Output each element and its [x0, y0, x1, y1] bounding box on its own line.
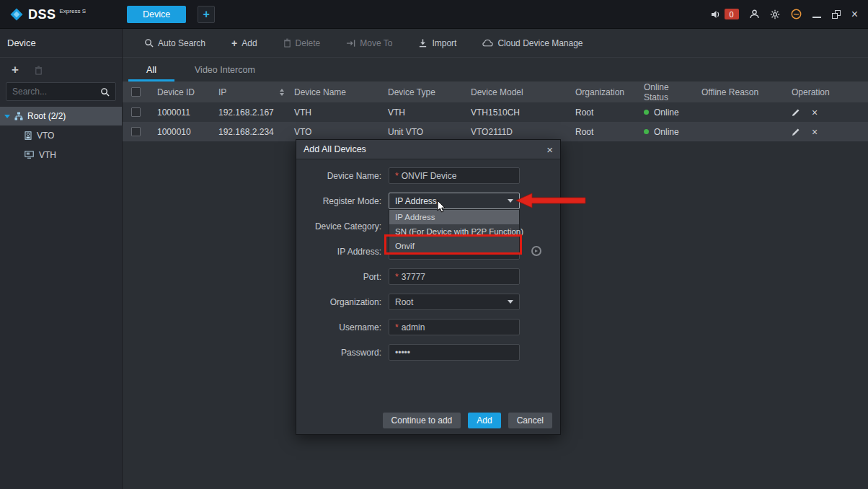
- tree-root-label: Root (2/2): [27, 111, 66, 121]
- device-toolbar: Auto Search + Add Delete Mo: [123, 29, 868, 58]
- table-row[interactable]: 1000011 192.168.2.167 VTH VTH VTH1510CH …: [123, 102, 868, 122]
- trash-icon: [283, 38, 291, 48]
- move-to-button[interactable]: Move To: [346, 38, 392, 48]
- add-button[interactable]: Add: [468, 413, 500, 428]
- search-icon[interactable]: [100, 87, 110, 97]
- brand-diamond-icon: [9, 6, 25, 22]
- cell-device-model: VTO2111D: [465, 122, 570, 141]
- password-label: Password:: [296, 348, 381, 358]
- cell-organization: Root: [570, 102, 638, 122]
- add-device-button[interactable]: + Add: [231, 38, 257, 49]
- user-icon[interactable]: [750, 9, 759, 19]
- device-table-header: Device ID IP Device Name Device Type Dev…: [123, 82, 868, 102]
- delete-device-button[interactable]: Delete: [283, 38, 321, 48]
- tree-node-vto[interactable]: VTO: [0, 125, 122, 145]
- required-marker: *: [395, 171, 399, 181]
- tree-node-root[interactable]: Root (2/2): [0, 107, 122, 125]
- username-value: admin: [402, 322, 425, 332]
- dropdown-option-ip-address[interactable]: IP Address: [389, 210, 519, 224]
- select-all-checkbox[interactable]: [131, 87, 141, 97]
- alarm-count-badge: 0: [725, 9, 739, 19]
- device-name-label: Device Name:: [296, 171, 381, 181]
- cell-device-model: VTH1510CH: [465, 102, 570, 122]
- row-checkbox[interactable]: [131, 127, 141, 136]
- cell-device-type: Unit VTO: [382, 122, 465, 141]
- cloud-device-manage-button[interactable]: Cloud Device Manage: [482, 38, 583, 48]
- tab-video-intercom[interactable]: Video Intercom: [180, 65, 273, 82]
- plus-icon: +: [231, 38, 237, 49]
- import-button[interactable]: Import: [418, 38, 456, 48]
- device-name-input[interactable]: * ONVIF Device: [389, 167, 520, 184]
- header-operation[interactable]: Operation: [786, 82, 868, 102]
- register-mode-select[interactable]: IP Address: [389, 193, 520, 209]
- sidebar-title: Device: [0, 29, 122, 58]
- topbar: DSS Express S Device + 0: [0, 0, 868, 29]
- header-device-model[interactable]: Device Model: [465, 82, 570, 102]
- chevron-down-icon: [508, 199, 513, 203]
- delete-row-icon[interactable]: ×: [812, 128, 818, 136]
- tree-node-vth[interactable]: VTH: [0, 145, 122, 164]
- ip-refresh-icon[interactable]: [531, 246, 541, 256]
- header-device-id[interactable]: Device ID: [151, 82, 213, 102]
- organization-label: Organization:: [296, 297, 381, 307]
- header-online-status[interactable]: Online Status: [638, 82, 696, 102]
- move-to-label: Move To: [360, 38, 392, 48]
- header-ip[interactable]: IP: [218, 87, 226, 97]
- mouse-cursor-icon: [437, 200, 446, 213]
- online-status-dot: [644, 129, 649, 134]
- auto-search-button[interactable]: Auto Search: [144, 38, 205, 48]
- continue-to-add-button[interactable]: Continue to add: [383, 413, 461, 428]
- port-label: Port:: [296, 272, 381, 282]
- device-category-label: Device Category:: [296, 221, 381, 232]
- header-offline-reason[interactable]: Offline Reason: [696, 82, 786, 102]
- username-input[interactable]: * admin: [389, 319, 520, 335]
- organization-value: Root: [395, 297, 413, 307]
- annotation-arrow: [513, 193, 588, 208]
- minimize-icon[interactable]: [812, 17, 821, 18]
- row-checkbox[interactable]: [131, 107, 141, 117]
- cell-device-name: VTO: [288, 122, 382, 141]
- tree-child-label: VTO: [37, 131, 54, 141]
- header-device-type[interactable]: Device Type: [382, 82, 465, 102]
- cloud-icon: [482, 39, 493, 47]
- add-organization-button[interactable]: +: [12, 63, 19, 77]
- move-to-icon: [346, 39, 355, 48]
- edit-pencil-icon[interactable]: [792, 128, 800, 136]
- brand-name: DSS: [28, 6, 56, 22]
- annotation-highlight-box: [384, 234, 522, 255]
- service-icon[interactable]: [791, 9, 802, 19]
- dialog-close-icon[interactable]: ×: [546, 144, 553, 156]
- alarm-sound-control[interactable]: 0: [711, 9, 739, 19]
- table-row[interactable]: 1000010 192.168.2.234 VTO Unit VTO VTO21…: [123, 122, 868, 141]
- cancel-button[interactable]: Cancel: [508, 413, 552, 428]
- settings-gear-icon[interactable]: [770, 9, 780, 19]
- organization-select[interactable]: Root: [389, 294, 520, 310]
- register-mode-value: IP Address: [395, 196, 437, 206]
- sort-icon[interactable]: [280, 89, 284, 96]
- cell-online-status: Online: [638, 102, 696, 122]
- sidebar-search-input[interactable]: Search...: [6, 82, 116, 101]
- add-label: Add: [242, 38, 257, 48]
- add-tab-button[interactable]: +: [198, 6, 215, 23]
- search-placeholder: Search...: [12, 87, 47, 97]
- restore-window-icon[interactable]: [832, 10, 841, 19]
- delete-organization-icon[interactable]: [35, 66, 43, 75]
- nav-tab-device[interactable]: Device: [127, 6, 186, 23]
- close-window-icon[interactable]: ×: [851, 9, 858, 19]
- edit-pencil-icon[interactable]: [792, 108, 800, 117]
- vth-device-icon: [25, 151, 34, 159]
- cell-ip: 192.168.2.234: [213, 122, 288, 141]
- port-value: 37777: [402, 272, 425, 282]
- register-mode-label: Register Mode:: [296, 196, 381, 206]
- device-list-tabs: All Video Intercom: [123, 58, 868, 82]
- tree-expand-icon[interactable]: [4, 115, 10, 118]
- add-all-devices-dialog: Add All Devices × Device Name: * ONVIF D…: [296, 139, 561, 435]
- port-input[interactable]: * 37777: [389, 268, 520, 285]
- tab-all[interactable]: All: [123, 65, 180, 82]
- password-input[interactable]: •••••: [389, 344, 520, 361]
- header-device-name[interactable]: Device Name: [288, 82, 382, 102]
- delete-row-icon[interactable]: ×: [812, 108, 818, 117]
- cloud-device-manage-label: Cloud Device Manage: [497, 38, 583, 48]
- header-organization[interactable]: Organization: [570, 82, 638, 102]
- search-icon: [144, 38, 154, 48]
